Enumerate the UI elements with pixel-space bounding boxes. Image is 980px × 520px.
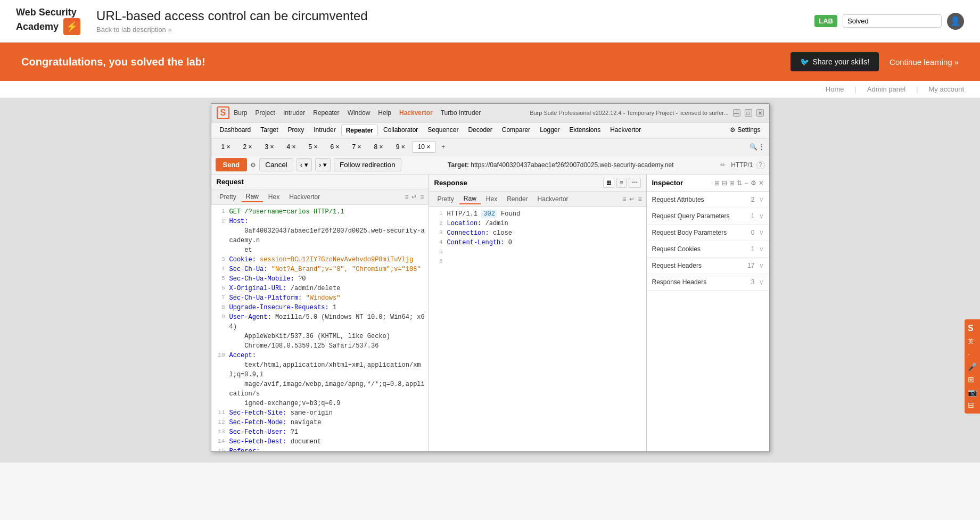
avatar[interactable]: 👤 <box>947 13 964 30</box>
request-tab-raw[interactable]: Raw <box>242 192 263 202</box>
inspector-section-request-attributes: Request Attributes 2 ∨ <box>647 192 769 208</box>
response-tab-hex[interactable]: Hex <box>482 194 501 204</box>
maximize-button[interactable]: □ <box>745 109 752 117</box>
menu-intruder[interactable]: Intruder <box>283 109 305 117</box>
resp-code-icon[interactable]: ⋯ <box>629 178 641 188</box>
search-icon[interactable]: 🔍 <box>750 143 757 151</box>
edit-icon[interactable]: ✏ <box>720 161 726 169</box>
request-tab-pretty[interactable]: Pretty <box>216 192 241 202</box>
float-camera-icon[interactable]: 📷 <box>967 387 978 398</box>
nav-admin-panel[interactable]: Admin panel <box>867 85 905 93</box>
menu-repeater[interactable]: Repeater <box>313 109 339 117</box>
inspector-align-icon[interactable]: ⊞ <box>729 179 735 187</box>
response-tab-pretty[interactable]: Pretty <box>433 194 458 204</box>
inspector-row-req-headers[interactable]: Request Headers 17 ∨ <box>647 258 769 274</box>
tab-repeater[interactable]: Repeater <box>341 125 378 136</box>
inspector-section-req-headers: Request Headers 17 ∨ <box>647 258 769 274</box>
request-tab-hex[interactable]: Hex <box>264 192 284 202</box>
chevron-down-icon: ∨ <box>759 196 764 203</box>
minimize-button[interactable]: — <box>733 109 740 117</box>
menu-project[interactable]: Project <box>256 109 275 117</box>
inspector-row-query-params[interactable]: Request Query Parameters 1 ∨ <box>647 208 769 224</box>
continue-learning-link[interactable]: Continue learning » <box>890 57 959 67</box>
newline-icon[interactable]: ↵ <box>411 193 417 201</box>
cancel-button[interactable]: Cancel <box>259 158 293 171</box>
next-button[interactable]: › ▾ <box>315 158 331 171</box>
gear-icon[interactable]: ⚙ <box>250 161 256 169</box>
resp-wrap-icon[interactable]: ≡ <box>622 195 626 203</box>
float-mic-icon[interactable]: 🎤 <box>967 361 978 372</box>
menu-hackvertor[interactable]: Hackvertor <box>399 109 433 117</box>
send-button[interactable]: Send <box>216 158 248 171</box>
tab-logger[interactable]: Logger <box>536 125 564 136</box>
help-icon[interactable]: ? <box>756 161 765 169</box>
menu-turbo-intruder[interactable]: Turbo Intruder <box>441 109 481 117</box>
share-button[interactable]: 🐦 Share your skills! <box>790 52 879 71</box>
tab-hackvertor[interactable]: Hackvertor <box>606 125 645 136</box>
inspector-layout-icon[interactable]: ⊟ <box>722 179 727 187</box>
back-link[interactable]: Back to lab description » <box>96 26 814 34</box>
tab-collaborator[interactable]: Collaborator <box>379 125 422 136</box>
repeater-tab-7[interactable]: 7 × <box>347 141 367 153</box>
follow-redirection-button[interactable]: Follow redirection <box>334 158 401 171</box>
inspector-row-resp-headers[interactable]: Response Headers 3 ∨ <box>647 274 769 290</box>
float-table-icon[interactable]: ⊞ <box>967 374 978 385</box>
float-dot-icon[interactable]: · <box>967 349 978 359</box>
repeater-tab-1[interactable]: 1 × <box>216 141 236 153</box>
response-tab-raw[interactable]: Raw <box>459 194 481 204</box>
wrap-icon[interactable]: ≡ <box>405 193 408 201</box>
repeater-tab-6[interactable]: 6 × <box>325 141 345 153</box>
tab-proxy[interactable]: Proxy <box>284 125 309 136</box>
repeater-tab-9[interactable]: 9 × <box>390 141 411 153</box>
menu-window[interactable]: Window <box>348 109 370 117</box>
request-code-area[interactable]: 1 GET /?username=carlos HTTP/1.1 2 Host:… <box>211 205 429 451</box>
resp-list-icon[interactable]: ≡ <box>616 178 626 188</box>
float-english-icon[interactable]: 英 <box>967 336 978 346</box>
chevron-right-icon: » <box>168 26 172 34</box>
resp-newline-icon[interactable]: ↵ <box>629 195 635 203</box>
menu-help[interactable]: Help <box>378 109 391 117</box>
options-icon[interactable]: ≡ <box>420 193 424 201</box>
response-tab-render[interactable]: Render <box>503 194 532 204</box>
tab-extensions[interactable]: Extensions <box>565 125 605 136</box>
response-tab-hackvertor[interactable]: Hackvertor <box>533 194 573 204</box>
tab-options-icon[interactable]: ⋮ <box>759 143 765 151</box>
repeater-tab-2[interactable]: 2 × <box>237 141 258 153</box>
add-tab-button[interactable]: + <box>437 142 449 152</box>
repeater-tab-10[interactable]: 10 × <box>412 141 437 153</box>
solved-field[interactable] <box>843 14 942 28</box>
response-tab-icons: ≡ ↵ ≡ <box>622 195 641 203</box>
repeater-tab-3[interactable]: 3 × <box>259 141 280 153</box>
logo-icon: ⚡ <box>63 18 80 35</box>
inspector-close-icon[interactable]: ✕ <box>759 179 764 187</box>
tab-dashboard[interactable]: Dashboard <box>216 125 256 136</box>
tab-sequencer[interactable]: Sequencer <box>423 125 463 136</box>
tab-intruder[interactable]: Intruder <box>309 125 340 136</box>
float-grid-icon[interactable]: ⊟ <box>967 400 978 410</box>
inspector-sort-icon[interactable]: ⇅ <box>737 179 742 187</box>
inspector-row-cookies[interactable]: Request Cookies 1 ∨ <box>647 241 769 257</box>
resp-grid-icon[interactable]: ⊞ <box>603 178 614 188</box>
close-button[interactable]: ✕ <box>756 109 764 117</box>
settings-icon[interactable]: ⚙ Settings <box>726 125 765 136</box>
inspector-row-request-attributes[interactable]: Request Attributes 2 ∨ <box>647 192 769 208</box>
tab-target[interactable]: Target <box>256 125 282 136</box>
repeater-tab-8[interactable]: 8 × <box>368 141 389 153</box>
nav-home[interactable]: Home <box>826 85 844 93</box>
repeater-tab-4[interactable]: 4 × <box>281 141 302 153</box>
prev-button[interactable]: ‹ ▾ <box>297 158 312 171</box>
logo[interactable]: Web Security Academy ⚡ <box>16 7 80 36</box>
float-s-icon[interactable]: S <box>967 323 978 334</box>
resp-options-icon[interactable]: ≡ <box>638 195 641 203</box>
request-tab-hackvertor[interactable]: Hackvertor <box>285 192 324 202</box>
inspector-minus-icon[interactable]: − <box>744 179 748 187</box>
menu-burp[interactable]: Burp <box>234 109 247 117</box>
tab-decoder[interactable]: Decoder <box>464 125 496 136</box>
inspector-gear-icon[interactable]: ⚙ <box>751 179 756 187</box>
tab-comparer[interactable]: Comparer <box>498 125 534 136</box>
repeater-tab-5[interactable]: 5 × <box>303 141 324 153</box>
inspector-row-body-params[interactable]: Request Body Parameters 0 ∨ <box>647 225 769 241</box>
response-code-area[interactable]: 1 HTTP/1.1 302 Found 2 Location: /admin … <box>429 207 646 451</box>
nav-my-account[interactable]: My account <box>929 85 964 93</box>
inspector-grid-icon[interactable]: ⊞ <box>714 179 720 187</box>
